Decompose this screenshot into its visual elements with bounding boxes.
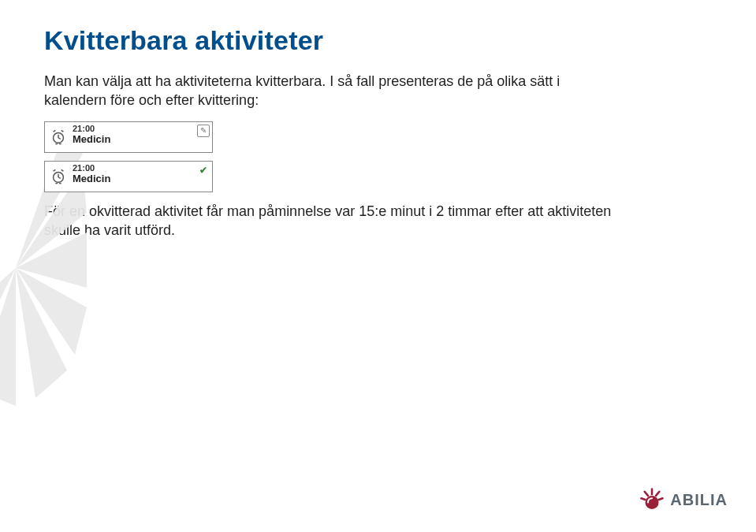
svg-line-9 <box>61 169 64 171</box>
alarm-icon-wrapper <box>45 122 72 152</box>
check-icon: ✔ <box>199 165 207 176</box>
activity-card-pending: 21:00 Medicin ✎ <box>44 121 213 153</box>
intro-paragraph: Man kan välja att ha aktiviteterna kvitt… <box>44 72 612 110</box>
status-done-box: ✔ <box>197 164 210 177</box>
svg-line-8 <box>54 169 56 171</box>
brand-name: ABILIA <box>670 491 728 509</box>
reminder-paragraph: För en okvitterad aktivitet får man påmi… <box>44 202 612 240</box>
abilia-logo-icon <box>639 486 665 513</box>
svg-line-15 <box>659 498 663 500</box>
svg-line-13 <box>656 492 659 496</box>
activity-card-done: 21:00 Medicin ✔ <box>44 161 213 192</box>
page-title: Kvitterbara aktiviteter <box>44 25 712 56</box>
alarm-icon <box>50 168 67 185</box>
brand-footer: ABILIA <box>639 486 728 513</box>
svg-line-2 <box>58 138 61 139</box>
alarm-icon-wrapper <box>45 162 72 192</box>
svg-line-14 <box>642 498 646 500</box>
svg-line-7 <box>58 177 61 178</box>
svg-line-12 <box>645 492 648 496</box>
alarm-icon <box>50 128 67 146</box>
svg-line-3 <box>54 130 56 132</box>
activity-time: 21:00 <box>73 164 209 173</box>
activity-examples: 21:00 Medicin ✎ 21:00 <box>44 121 712 192</box>
slide: Kvitterbara aktiviteter Man kan välja at… <box>0 0 756 532</box>
activity-time: 21:00 <box>73 125 209 133</box>
pencil-icon: ✎ <box>200 126 207 135</box>
activity-label: Medicin <box>73 133 209 147</box>
activity-label: Medicin <box>73 173 209 186</box>
svg-line-4 <box>61 130 64 132</box>
status-pending-box: ✎ <box>197 125 210 137</box>
